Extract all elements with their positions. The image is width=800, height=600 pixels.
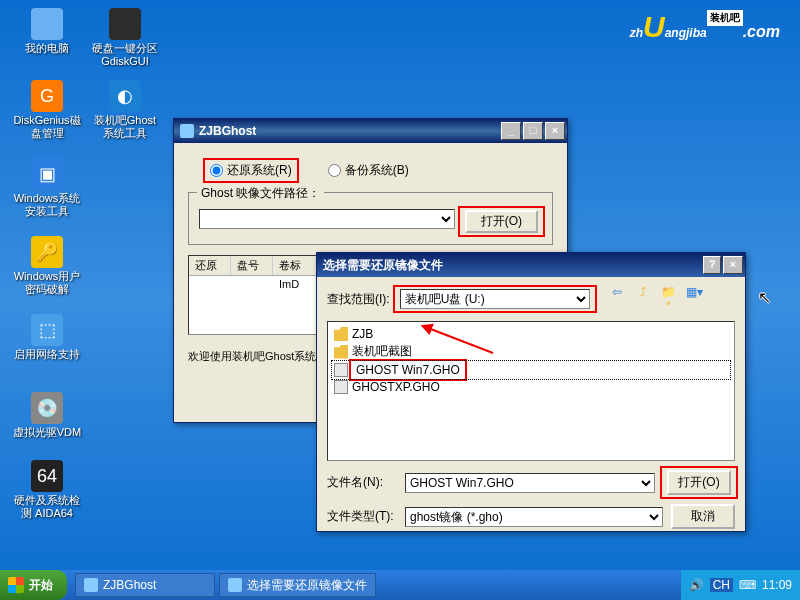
file-dialog: 选择需要还原镜像文件 ? × 查找范围(I): 装机吧U盘 (U:) ⇦ ⤴ 📁… (316, 252, 746, 532)
ghost-path-label: Ghost 映像文件路径： (197, 185, 324, 202)
system-tray[interactable]: 🔊 CH ⌨ 11:09 (681, 570, 800, 600)
dialog-cancel-button[interactable]: 取消 (671, 504, 735, 529)
ime-indicator[interactable]: CH (710, 578, 733, 592)
file-list[interactable]: ZJB装机吧截图GHOST Win7.GHOGHOSTXP.GHO (327, 321, 735, 461)
desktop-icon[interactable]: ▣Windows系统安装工具 (12, 158, 82, 218)
desktop-icon[interactable]: ◐装机吧Ghost系统工具 (90, 80, 160, 140)
file-icon (334, 380, 348, 394)
desktop-icon[interactable]: 64硬件及系统检测 AIDA64 (12, 460, 82, 520)
file-item[interactable]: ZJB (332, 326, 730, 342)
clock[interactable]: 11:09 (762, 578, 792, 592)
restore-radio[interactable]: 还原系统(R) (206, 161, 296, 180)
lookin-select[interactable]: 装机吧U盘 (U:) (400, 289, 590, 309)
taskbar-task-0[interactable]: ZJBGhost (75, 573, 215, 597)
filename-label: 文件名(N): (327, 474, 397, 491)
volume-icon[interactable]: 🔊 (689, 578, 704, 592)
help-button[interactable]: ? (703, 256, 721, 274)
zjbghost-titlebar[interactable]: ZJBGhost _ □ × (174, 119, 567, 143)
view-menu-icon[interactable]: ▦▾ (686, 285, 704, 313)
maximize-button[interactable]: □ (523, 122, 543, 140)
file-icon (334, 363, 348, 377)
app-icon (84, 578, 98, 592)
watermark-logo: zhUangjiba装机吧.com (630, 10, 780, 44)
app-icon (180, 124, 194, 138)
windows-logo-icon (8, 577, 24, 593)
backup-radio[interactable]: 备份系统(B) (328, 161, 409, 180)
filetype-label: 文件类型(T): (327, 508, 397, 525)
close-button[interactable]: × (545, 122, 565, 140)
desktop-icon[interactable]: ⬚启用网络支持 (12, 314, 82, 361)
desktop-icon[interactable]: 我的电脑 (12, 8, 82, 55)
folder-icon (334, 345, 348, 359)
close-button[interactable]: × (723, 256, 743, 274)
back-icon[interactable]: ⇦ (608, 285, 626, 313)
taskbar: 开始 ZJBGhost 选择需要还原镜像文件 🔊 CH ⌨ 11:09 (0, 570, 800, 600)
desktop-icon[interactable]: GDiskGenius磁盘管理 (12, 80, 82, 140)
taskbar-task-1[interactable]: 选择需要还原镜像文件 (219, 573, 376, 597)
app-icon (228, 578, 242, 592)
dialog-title: 选择需要还原镜像文件 (323, 257, 443, 274)
new-folder-icon[interactable]: 📁* (660, 285, 678, 313)
filename-input[interactable]: GHOST Win7.GHO (405, 473, 655, 493)
desktop-icon[interactable]: 💿虚拟光驱VDM (12, 392, 82, 439)
desktop-icon[interactable]: 硬盘一键分区GdiskGUI (90, 8, 160, 68)
open-button[interactable]: 打开(O) (465, 210, 538, 233)
dialog-open-button[interactable]: 打开(O) (667, 470, 731, 495)
up-icon[interactable]: ⤴ (634, 285, 652, 313)
window-title: ZJBGhost (199, 124, 256, 138)
filetype-select[interactable]: ghost镜像 (*.gho) (405, 507, 663, 527)
folder-icon (334, 327, 348, 341)
file-item[interactable]: GHOST Win7.GHO (332, 361, 730, 379)
file-dialog-titlebar[interactable]: 选择需要还原镜像文件 ? × (317, 253, 745, 277)
start-button[interactable]: 开始 (0, 570, 67, 600)
file-item[interactable]: 装机吧截图 (332, 342, 730, 361)
keyboard-icon[interactable]: ⌨ (739, 578, 756, 592)
file-item[interactable]: GHOSTXP.GHO (332, 379, 730, 395)
ghost-path-fieldset: Ghost 映像文件路径： 打开(O) (188, 192, 553, 245)
lookin-label: 查找范围(I): (327, 291, 390, 308)
ghost-path-select[interactable] (199, 209, 455, 229)
minimize-button[interactable]: _ (501, 122, 521, 140)
desktop-icon[interactable]: 🔑Windows用户密码破解 (12, 236, 82, 296)
